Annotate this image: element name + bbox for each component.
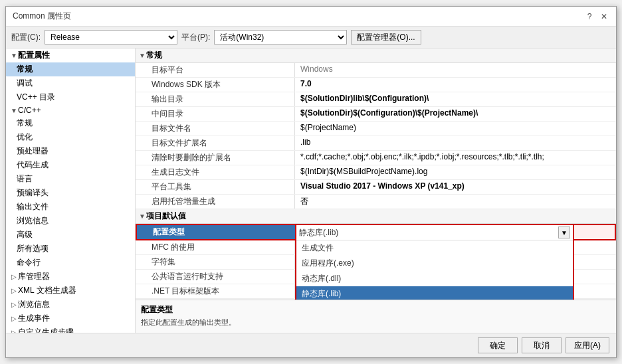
prop-row-managed-inc: 启用托管增量生成 否 bbox=[136, 195, 616, 209]
help-button[interactable]: ? bbox=[584, 11, 595, 22]
config-type-container: 配置类型 静态库(.lib) ▼ 生成文件 应用程序(.exe) 动态库(.dl… bbox=[136, 224, 616, 240]
prop-row-outdir: 输出目录 $(SolutionDir)lib\$(Configuration)\ bbox=[136, 92, 616, 107]
apply-button[interactable]: 应用(A) bbox=[566, 337, 609, 353]
prop-value: $(SolutionDir)lib\$(Configuration)\ bbox=[295, 92, 616, 106]
prop-value: *.cdf;*.cache;*.obj;*.obj.enc;*.ilk;*.ip… bbox=[295, 151, 616, 165]
tree-item-cpp[interactable]: ▼C/C++ bbox=[6, 104, 135, 116]
tree-item-xml-gen[interactable]: ▷XML 文档生成器 bbox=[6, 284, 135, 298]
dropdown-list: 生成文件 应用程序(.exe) 动态库(.dll) 静态库(.lib) 实用工具… bbox=[296, 240, 573, 300]
ok-button[interactable]: 确定 bbox=[478, 337, 518, 353]
prop-value: 否 bbox=[295, 195, 616, 209]
tree-item-vcpp-dirs[interactable]: VC++ 目录 bbox=[6, 90, 135, 104]
tree-item-command-line[interactable]: 命令行 bbox=[6, 256, 135, 270]
dropdown-selected-text: 静态库(.lib) bbox=[299, 227, 558, 238]
tree-item-cpp-general[interactable]: 常规 bbox=[6, 116, 135, 130]
desc-text: 指定此配置生成的输出类型。 bbox=[141, 318, 611, 327]
prop-value: .lib bbox=[295, 136, 616, 150]
expand-icon-cpp: ▼ bbox=[10, 107, 18, 114]
dropdown-item-dll[interactable]: 动态库(.dll) bbox=[296, 271, 573, 286]
prop-value: Windows bbox=[295, 63, 616, 77]
dropdown-arrow-icon[interactable]: ▼ bbox=[558, 227, 570, 238]
prop-row-sdk: Windows SDK 版本 7.0 bbox=[136, 78, 616, 92]
section-defaults: ▼ 项目默认值 bbox=[136, 209, 616, 224]
tree-item-advanced[interactable]: 高级 bbox=[6, 228, 135, 242]
tree-item-config-props[interactable]: ▼配置属性 bbox=[6, 48, 135, 62]
desc-title: 配置类型 bbox=[141, 304, 611, 316]
tree-item-debug[interactable]: 调试 bbox=[6, 76, 135, 90]
props-scroll: ▼ 常规 目标平台 Windows Windows SDK 版本 7.0 输出目… bbox=[136, 48, 616, 300]
dropdown-header: 静态库(.lib) ▼ bbox=[296, 225, 573, 240]
prop-value: 7.0 bbox=[295, 78, 616, 92]
dialog: Common 属性页 ? ✕ 配置(C): Release 平台(P): 活动(… bbox=[5, 6, 617, 358]
prop-name: MFC 的使用 bbox=[136, 240, 295, 254]
tree-item-browse-info2[interactable]: ▷浏览信息 bbox=[6, 298, 135, 312]
tree-item-output-files[interactable]: 输出文件 bbox=[6, 200, 135, 214]
collapse-icon-lib: ▷ bbox=[10, 273, 18, 280]
prop-row-targetext: 目标文件扩展名 .lib bbox=[136, 136, 616, 151]
collapse-icon-xml: ▷ bbox=[10, 287, 18, 294]
prop-value: $(ProjectName) bbox=[295, 122, 616, 136]
main-content: ▼配置属性 常规 调试 VC++ 目录 ▼C/C++ 常规 优化 预处理器 代码… bbox=[6, 48, 616, 333]
tree-item-precompiled[interactable]: 预编译头 bbox=[6, 186, 135, 200]
tree-item-build-events[interactable]: ▷生成事件 bbox=[6, 312, 135, 325]
prop-name: Windows SDK 版本 bbox=[136, 78, 295, 92]
dropdown-item-app[interactable]: 应用程序(.exe) bbox=[296, 256, 573, 271]
prop-value: Visual Studio 2017 - Windows XP (v141_xp… bbox=[295, 180, 616, 194]
prop-name: 字符集 bbox=[136, 255, 295, 269]
section-general: ▼ 常规 bbox=[136, 48, 616, 63]
prop-row-target-platform: 目标平台 Windows bbox=[136, 63, 616, 78]
left-panel: ▼配置属性 常规 调试 VC++ 目录 ▼C/C++ 常规 优化 预处理器 代码… bbox=[6, 48, 136, 333]
collapse-icon-events: ▷ bbox=[10, 315, 18, 322]
prop-name: 平台工具集 bbox=[136, 180, 295, 194]
prop-name: 目标平台 bbox=[136, 63, 295, 77]
toolbar: 配置(C): Release 平台(P): 活动(Win32) 配置管理器(O)… bbox=[6, 27, 616, 48]
tree-item-language[interactable]: 语言 bbox=[6, 172, 135, 186]
prop-name: 中间目录 bbox=[136, 107, 295, 121]
cancel-button[interactable]: 取消 bbox=[522, 337, 562, 353]
tree-item-preprocessor[interactable]: 预处理器 bbox=[6, 144, 135, 158]
tree-item-browse-info[interactable]: 浏览信息 bbox=[6, 214, 135, 228]
footer: 确定 取消 应用(A) bbox=[6, 333, 616, 357]
expand-icon: ▼ bbox=[10, 52, 18, 59]
prop-name: .NET 目标框架版本 bbox=[136, 284, 295, 298]
title-bar: Common 属性页 ? ✕ bbox=[6, 7, 616, 27]
tree-item-code-gen[interactable]: 代码生成 bbox=[6, 158, 135, 172]
tree-item-optimization[interactable]: 优化 bbox=[6, 130, 135, 144]
config-select[interactable]: Release bbox=[45, 30, 177, 45]
dropdown-box: 静态库(.lib) ▼ 生成文件 应用程序(.exe) 动态库(.dll) 静态… bbox=[295, 224, 574, 300]
prop-row-cleanext: 清除时要删除的扩展名 *.cdf;*.cache;*.obj;*.obj.enc… bbox=[136, 151, 616, 165]
platform-label: 平台(P): bbox=[181, 32, 210, 43]
prop-name-config-type: 配置类型 bbox=[137, 225, 296, 239]
tree-item-custom-steps[interactable]: ▷自定义生成步骤 bbox=[6, 325, 135, 333]
prop-value: $(IntDir)$(MSBuildProjectName).log bbox=[295, 165, 616, 179]
tree-item-lib-manager[interactable]: ▷库管理器 bbox=[6, 270, 135, 284]
prop-name: 启用托管增量生成 bbox=[136, 195, 295, 209]
prop-name: 清除时要删除的扩展名 bbox=[136, 151, 295, 165]
collapse-icon-browse: ▷ bbox=[10, 301, 18, 308]
prop-name: 输出目录 bbox=[136, 92, 295, 106]
manager-button[interactable]: 配置管理器(O)... bbox=[351, 30, 421, 45]
config-label: 配置(C): bbox=[11, 32, 41, 43]
prop-row-toolset: 平台工具集 Visual Studio 2017 - Windows XP (v… bbox=[136, 180, 616, 195]
close-button[interactable]: ✕ bbox=[599, 11, 609, 22]
prop-row-targetname: 目标文件名 $(ProjectName) bbox=[136, 122, 616, 136]
prop-name: 目标文件扩展名 bbox=[136, 136, 295, 150]
dialog-title: Common 属性页 bbox=[13, 11, 71, 22]
dropdown-item-makefile[interactable]: 生成文件 bbox=[296, 240, 573, 256]
prop-name: 公共语言运行时支持 bbox=[136, 270, 295, 284]
dropdown-item-static[interactable]: 静态库(.lib) bbox=[296, 286, 573, 300]
platform-select[interactable]: 活动(Win32) bbox=[214, 30, 347, 45]
desc-panel: 配置类型 指定此配置生成的输出类型。 bbox=[136, 300, 616, 333]
prop-name: 生成日志文件 bbox=[136, 165, 295, 179]
right-panel: ▼ 常规 目标平台 Windows Windows SDK 版本 7.0 输出目… bbox=[136, 48, 616, 333]
tree-item-all-options[interactable]: 所有选项 bbox=[6, 242, 135, 256]
prop-row-intdir: 中间目录 $(SolutionDir)$(Configuration)\$(Pr… bbox=[136, 107, 616, 122]
title-bar-buttons: ? ✕ bbox=[584, 11, 609, 22]
prop-value: $(SolutionDir)$(Configuration)\$(Project… bbox=[295, 107, 616, 121]
tree-item-general[interactable]: 常规 bbox=[6, 62, 135, 76]
prop-name: 目标文件名 bbox=[136, 122, 295, 136]
prop-row-buildlog: 生成日志文件 $(IntDir)$(MSBuildProjectName).lo… bbox=[136, 165, 616, 180]
